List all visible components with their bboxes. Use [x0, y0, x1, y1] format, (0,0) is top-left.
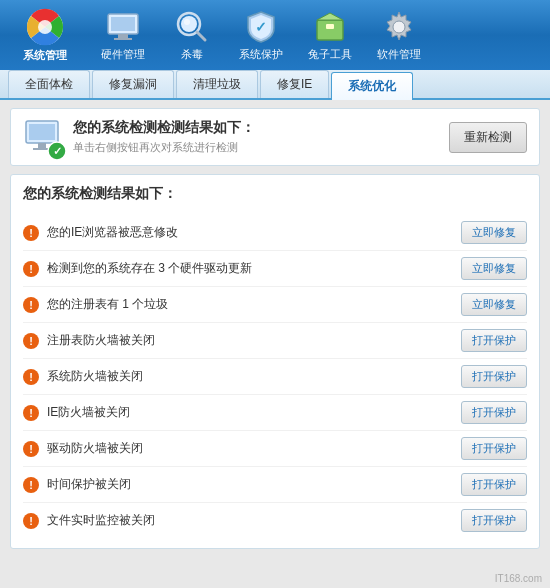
nav-item-software[interactable]: 软件管理 — [366, 3, 431, 68]
result-row-2: ! 您的注册表有 1 个垃圾 立即修复 — [23, 287, 527, 323]
action-btn-7[interactable]: 打开保护 — [461, 473, 527, 496]
warn-icon-8: ! — [23, 513, 39, 529]
result-text-5: IE防火墙被关闭 — [47, 404, 130, 421]
logo-label: 系统管理 — [23, 48, 67, 63]
summary-title: 您的系统检测检测结果如下： — [73, 119, 255, 137]
tab-fix-ie[interactable]: 修复IE — [260, 70, 329, 98]
result-left-4: ! 系统防火墙被关闭 — [23, 368, 143, 385]
svg-point-8 — [184, 19, 190, 25]
warn-icon-3: ! — [23, 333, 39, 349]
result-left-3: ! 注册表防火墙被关闭 — [23, 332, 155, 349]
result-row-8: ! 文件实时监控被关闭 打开保护 — [23, 503, 527, 538]
result-row-4: ! 系统防火墙被关闭 打开保护 — [23, 359, 527, 395]
action-btn-3[interactable]: 打开保护 — [461, 329, 527, 352]
watermark: IT168.com — [495, 573, 542, 584]
svg-point-15 — [393, 21, 405, 33]
action-btn-4[interactable]: 打开保护 — [461, 365, 527, 388]
logo-icon — [26, 8, 64, 46]
nav-item-tools[interactable]: 兔子工具 — [297, 3, 362, 68]
result-left-8: ! 文件实时监控被关闭 — [23, 512, 155, 529]
nav-label-hardware: 硬件管理 — [101, 47, 145, 62]
nav-item-hardware[interactable]: 硬件管理 — [90, 3, 155, 68]
nav-label-protection: 系统保护 — [239, 47, 283, 62]
search-magnify-icon — [174, 9, 210, 45]
warn-icon-4: ! — [23, 369, 39, 385]
summary-panel: ✓ 您的系统检测检测结果如下： 单击右侧按钮再次对系统进行检测 重新检测 — [10, 108, 540, 166]
svg-rect-17 — [29, 124, 55, 140]
monitor-icon — [105, 9, 141, 45]
summary-left: ✓ 您的系统检测检测结果如下： 单击右侧按钮再次对系统进行检测 — [23, 117, 255, 157]
result-row-7: ! 时间保护被关闭 打开保护 — [23, 467, 527, 503]
nav-item-protection[interactable]: ✓ 系统保护 — [228, 3, 293, 68]
result-text-2: 您的注册表有 1 个垃圾 — [47, 296, 168, 313]
tab-optimize[interactable]: 系统优化 — [331, 72, 413, 100]
svg-rect-11 — [317, 20, 343, 40]
summary-computer-icon: ✓ — [23, 117, 63, 157]
svg-point-1 — [38, 20, 52, 34]
tab-clean-junk[interactable]: 清理垃圾 — [176, 70, 258, 98]
results-title: 您的系统检测结果如下： — [23, 185, 527, 207]
action-btn-6[interactable]: 打开保护 — [461, 437, 527, 460]
svg-rect-13 — [326, 24, 334, 29]
nav-label-antivirus: 杀毒 — [181, 47, 203, 62]
result-left-6: ! 驱动防火墙被关闭 — [23, 440, 143, 457]
svg-rect-3 — [111, 17, 135, 31]
warn-icon-2: ! — [23, 297, 39, 313]
warn-icon-0: ! — [23, 225, 39, 241]
svg-line-9 — [197, 32, 205, 40]
action-btn-2[interactable]: 立即修复 — [461, 293, 527, 316]
result-text-0: 您的IE浏览器被恶意修改 — [47, 224, 178, 241]
result-text-6: 驱动防火墙被关闭 — [47, 440, 143, 457]
tab-fix-vulnerabilities[interactable]: 修复漏洞 — [92, 70, 174, 98]
warn-icon-7: ! — [23, 477, 39, 493]
gear-icon — [381, 9, 417, 45]
result-text-3: 注册表防火墙被关闭 — [47, 332, 155, 349]
action-btn-0[interactable]: 立即修复 — [461, 221, 527, 244]
result-row-3: ! 注册表防火墙被关闭 打开保护 — [23, 323, 527, 359]
nav-label-tools: 兔子工具 — [308, 47, 352, 62]
svg-marker-12 — [317, 13, 343, 20]
box-icon — [312, 9, 348, 45]
result-row-6: ! 驱动防火墙被关闭 打开保护 — [23, 431, 527, 467]
shield-icon: ✓ — [243, 9, 279, 45]
result-left-1: ! 检测到您的系统存在 3 个硬件驱动更新 — [23, 260, 252, 277]
result-text-4: 系统防火墙被关闭 — [47, 368, 143, 385]
warn-icon-1: ! — [23, 261, 39, 277]
results-section: 您的系统检测结果如下： ! 您的IE浏览器被恶意修改 立即修复 ! 检测到您的系… — [10, 174, 540, 549]
nav-label-software: 软件管理 — [377, 47, 421, 62]
nav-items: 硬件管理 杀毒 — [90, 3, 540, 68]
result-left-5: ! IE防火墙被关闭 — [23, 404, 130, 421]
warn-icon-5: ! — [23, 405, 39, 421]
action-btn-8[interactable]: 打开保护 — [461, 509, 527, 532]
nav-item-antivirus[interactable]: 杀毒 — [159, 3, 224, 68]
rescan-button[interactable]: 重新检测 — [449, 122, 527, 153]
result-left-7: ! 时间保护被关闭 — [23, 476, 131, 493]
result-text-8: 文件实时监控被关闭 — [47, 512, 155, 529]
result-row-1: ! 检测到您的系统存在 3 个硬件驱动更新 立即修复 — [23, 251, 527, 287]
top-nav-bar: 系统管理 硬件管理 — [0, 0, 550, 70]
svg-rect-4 — [118, 34, 128, 38]
result-text-1: 检测到您的系统存在 3 个硬件驱动更新 — [47, 260, 252, 277]
action-btn-5[interactable]: 打开保护 — [461, 401, 527, 424]
svg-text:✓: ✓ — [53, 145, 62, 157]
svg-text:✓: ✓ — [255, 19, 267, 35]
summary-subtitle: 单击右侧按钮再次对系统进行检测 — [73, 140, 255, 155]
svg-rect-5 — [114, 38, 132, 40]
result-text-7: 时间保护被关闭 — [47, 476, 131, 493]
svg-rect-18 — [38, 143, 46, 148]
tab-bar: 全面体检 修复漏洞 清理垃圾 修复IE 系统优化 — [0, 70, 550, 100]
result-left-2: ! 您的注册表有 1 个垃圾 — [23, 296, 168, 313]
result-left-0: ! 您的IE浏览器被恶意修改 — [23, 224, 178, 241]
tab-full-checkup[interactable]: 全面体检 — [8, 70, 90, 98]
summary-text-block: 您的系统检测检测结果如下： 单击右侧按钮再次对系统进行检测 — [73, 119, 255, 155]
result-row-0: ! 您的IE浏览器被恶意修改 立即修复 — [23, 215, 527, 251]
action-btn-1[interactable]: 立即修复 — [461, 257, 527, 280]
warn-icon-6: ! — [23, 441, 39, 457]
logo-area[interactable]: 系统管理 — [10, 8, 80, 63]
result-row-5: ! IE防火墙被关闭 打开保护 — [23, 395, 527, 431]
